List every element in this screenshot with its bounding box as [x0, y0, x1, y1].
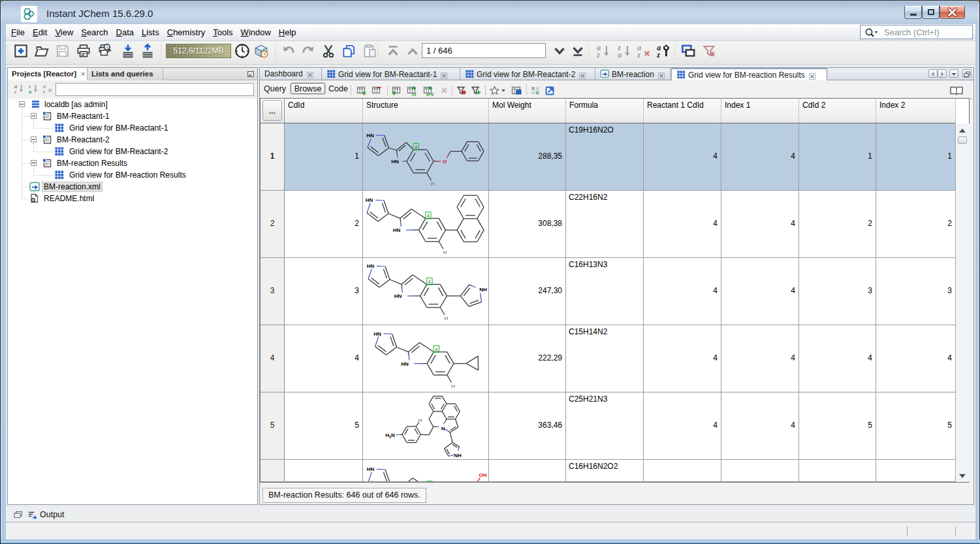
tab-close-icon[interactable]	[579, 71, 588, 80]
document-tab[interactable]: Grid view for BM-Reactant-2	[460, 68, 595, 80]
mode-code[interactable]: Code	[328, 84, 348, 93]
scroll-up-arrow[interactable]	[959, 129, 966, 133]
cell-cdid-2-row3[interactable]: 3	[799, 258, 876, 325]
redo-button[interactable]	[300, 42, 317, 59]
cell-index-1-row[interactable]	[721, 460, 799, 482]
tree-item-label[interactable]: BM-Reactant-2	[57, 135, 110, 144]
tree-collapse-handle[interactable]	[31, 113, 37, 119]
star-drop-button[interactable]	[489, 85, 500, 96]
tab-close-icon[interactable]	[658, 71, 667, 80]
tree-collapse-handle[interactable]	[19, 101, 25, 107]
row-header[interactable]: 3	[261, 258, 285, 325]
cell-cdid-row[interactable]	[285, 460, 363, 482]
funnel-plus-button[interactable]	[470, 85, 481, 96]
tree-item-label[interactable]: Grid view for BM-reaction Results	[69, 170, 186, 180]
menu-edit[interactable]: Edit	[29, 25, 51, 39]
document-tab[interactable]: Grid view for BM-reaction Results	[671, 68, 827, 80]
windows-button[interactable]	[680, 42, 697, 59]
cell-cdid-row3[interactable]: 3	[285, 258, 363, 325]
tree-collapse-handle[interactable]	[31, 136, 37, 142]
column-header-cdid-2[interactable]: CdId 2	[799, 99, 876, 123]
cell-index-2-row[interactable]	[876, 460, 956, 482]
cell-mol-weight-row1[interactable]: 288,35	[489, 123, 566, 191]
tab-restore-button[interactable]	[962, 69, 972, 78]
open-folder-button[interactable]	[33, 42, 50, 59]
tbl-ct-button[interactable]: ct	[406, 85, 417, 96]
row-header[interactable]: 2	[261, 191, 285, 258]
grid-gg-button[interactable]	[530, 85, 541, 96]
title-bar[interactable]: Instant JChem 15.6.29.0	[1, 1, 979, 24]
left-tab-projects[interactable]: Projects [Reactor]×	[8, 68, 87, 80]
nav-last-button[interactable]	[569, 42, 586, 59]
scroll-left-button[interactable]	[928, 69, 938, 78]
tree-item-label[interactable]: README.html	[44, 194, 94, 203]
cell-mol-weight-row2[interactable]: 308,38	[489, 191, 566, 258]
funnel-red-button[interactable]	[456, 85, 467, 96]
cell-formula-row2[interactable]: C22H16N2	[566, 191, 644, 258]
tree-item-label[interactable]: localdb [as admin]	[44, 100, 108, 109]
column-header-reactant-1-cdid[interactable]: Reactant 1 CdId	[644, 99, 721, 123]
scroll-thumb[interactable]	[958, 136, 967, 144]
document-tab[interactable]: Grid view for BM-Reactant-1	[322, 68, 460, 80]
cell-cdid-row4[interactable]: 4	[285, 325, 363, 392]
export-blue-button[interactable]	[545, 85, 556, 96]
cell-index-2-row3[interactable]: 3	[876, 258, 956, 325]
tab-close-icon[interactable]	[809, 71, 818, 80]
menu-window[interactable]: Window	[237, 25, 275, 39]
cell-cdid-2-row4[interactable]: 4	[799, 325, 876, 392]
cell-reactant-1-cdid-row5[interactable]: 4	[644, 392, 721, 460]
cell-index-1-row5[interactable]: 4	[721, 392, 799, 460]
cell-reactant-1-cdid-row4[interactable]: 4	[644, 325, 721, 392]
cell-index-1-row3[interactable]: 4	[721, 258, 799, 325]
cell-formula-row4[interactable]: C15H14N2	[566, 325, 644, 392]
search-icon[interactable]	[864, 27, 878, 39]
document-tab[interactable]: Dashboard	[260, 68, 322, 80]
cell-cdid-2-row[interactable]	[799, 460, 876, 482]
close-button[interactable]	[940, 6, 965, 19]
cell-cdid-row2[interactable]: 2	[285, 191, 363, 258]
row-header[interactable]: 4	[261, 325, 285, 392]
print-button[interactable]	[75, 42, 92, 59]
cell-index-2-row2[interactable]: 2	[876, 191, 956, 258]
tbl-plus2-button[interactable]	[391, 85, 402, 96]
quick-search-box[interactable]: Search (Ctrl+I)	[860, 25, 973, 39]
window-group-icon[interactable]	[14, 511, 23, 519]
record-position-field[interactable]: 1 / 646	[422, 43, 546, 58]
new-file-button[interactable]	[12, 42, 29, 59]
document-tab[interactable]: BM-reaction	[595, 68, 671, 80]
tbl-ab-button[interactable]: a+b	[422, 85, 434, 96]
menu-data[interactable]: Data	[112, 25, 138, 39]
menu-lists[interactable]: Lists	[138, 25, 163, 39]
cell-cdid-row5[interactable]: 5	[285, 392, 363, 460]
cell-index-1-row4[interactable]: 4	[721, 325, 799, 392]
tbl-plus-button[interactable]	[356, 85, 367, 96]
cell-reactant-1-cdid-row1[interactable]: 4	[644, 123, 721, 191]
cell-reactant-1-cdid-row3[interactable]: 4	[644, 258, 721, 325]
filter-pink-button[interactable]	[701, 42, 718, 59]
book-button[interactable]	[949, 85, 964, 96]
undo-button[interactable]	[280, 42, 297, 59]
tab-close-icon[interactable]: ×	[81, 70, 85, 78]
sort-za-button[interactable]: za	[616, 42, 633, 59]
tree-item-label[interactable]: BM-reaction Results	[57, 159, 127, 168]
save-button[interactable]	[54, 42, 71, 59]
menu-view[interactable]: View	[51, 25, 77, 39]
column-header-formula[interactable]: Formula	[566, 99, 644, 123]
menu-help[interactable]: Help	[275, 25, 300, 39]
memory-indicator[interactable]: 512,6/1122MB	[166, 44, 231, 58]
tree-collapse-handle[interactable]	[31, 160, 37, 166]
cell-index-2-row4[interactable]: 4	[876, 325, 956, 392]
column-header-index-1[interactable]: Index 1	[721, 99, 799, 123]
copy-button[interactable]	[340, 42, 357, 59]
column-header-index-2[interactable]: Index 2	[876, 99, 956, 123]
tbl-blue-button[interactable]	[511, 85, 522, 96]
cell-mol-weight-row4[interactable]: 222,29	[489, 325, 566, 392]
output-tab[interactable]: Output	[40, 510, 65, 519]
column-chooser-button[interactable]: ...	[262, 100, 282, 121]
cut-button[interactable]	[320, 42, 337, 59]
column-header-mol-weight[interactable]: Mol Weight	[489, 99, 566, 123]
tbl-minus-button[interactable]	[371, 85, 382, 96]
scroll-down-arrow[interactable]	[959, 474, 966, 478]
minimize-panel-button[interactable]	[247, 71, 255, 78]
cell-cdid-2-row2[interactable]: 2	[799, 191, 876, 258]
